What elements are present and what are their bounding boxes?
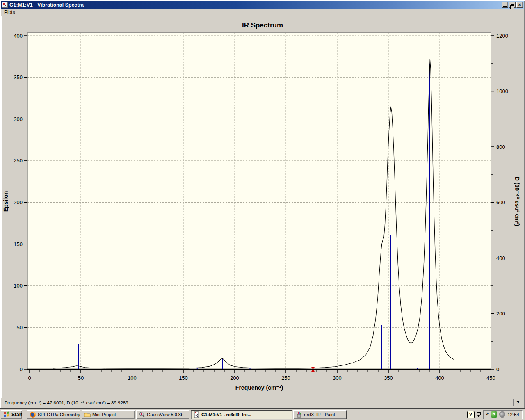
task-label: Mini Project bbox=[92, 412, 116, 417]
y-right-tick-label: 200 bbox=[496, 310, 505, 317]
tray-volume-icon[interactable] bbox=[499, 411, 505, 418]
y-right-tick-label: 1200 bbox=[496, 33, 508, 39]
y-left-tick-label: 150 bbox=[14, 241, 23, 247]
x-axis-title: Frequency (cm⁻¹) bbox=[235, 384, 283, 391]
gaussview-icon bbox=[139, 411, 145, 418]
title-bar[interactable]: G1:M1:V1 - Vibrational Spectra × bbox=[1, 1, 524, 9]
x-tick-label: 250 bbox=[281, 375, 290, 381]
restore-button[interactable] bbox=[509, 2, 516, 8]
status-help-button[interactable]: ? bbox=[513, 399, 523, 406]
y-right-tick-label: 800 bbox=[496, 144, 505, 150]
windows-logo-icon bbox=[3, 411, 10, 418]
y-right-tick-label: 1000 bbox=[496, 88, 508, 94]
plot-background[interactable] bbox=[27, 33, 491, 369]
close-button[interactable]: × bbox=[516, 2, 523, 8]
close-icon: × bbox=[518, 3, 521, 7]
x-tick-label: 50 bbox=[78, 375, 84, 381]
tray-update-icon[interactable] bbox=[491, 411, 497, 418]
taskbar-task-3[interactable]: GaussView 5.0.8b bbox=[136, 410, 189, 419]
y-left-tick-label: 0 bbox=[20, 366, 23, 372]
task-label: SPECTRa Chemistry Rep... bbox=[38, 412, 80, 417]
tray-expand-chevron[interactable]: « bbox=[486, 411, 489, 417]
minimize-button[interactable] bbox=[502, 2, 508, 8]
task-label: recl3_IR - Paint bbox=[304, 412, 335, 417]
status-readout: Frequency (cm⁻¹) = 47.6001, D (10⁻⁴⁰ esu… bbox=[2, 399, 511, 406]
y-right-tick-label: 600 bbox=[496, 199, 505, 205]
gaussview-doc-icon bbox=[193, 411, 200, 418]
taskbar-task-2[interactable]: Mini Project bbox=[82, 410, 135, 419]
x-tick-label: 350 bbox=[384, 375, 393, 381]
x-tick-label: 0 bbox=[28, 375, 31, 381]
taskbar-task-5[interactable]: recl3_IR - Paint bbox=[293, 410, 347, 419]
x-tick-label: 400 bbox=[435, 375, 444, 381]
y-left-tick-label: 400 bbox=[14, 33, 23, 39]
system-tray: « 12:54 bbox=[483, 410, 523, 419]
y-left-tick-label: 100 bbox=[14, 283, 23, 289]
dropdown-arrow-icon bbox=[477, 415, 480, 417]
x-tick-label: 300 bbox=[333, 375, 342, 381]
task-label: G1:M1:V1 - re3cl9_fre... bbox=[201, 412, 251, 417]
y-right-tick-label: 0 bbox=[496, 366, 499, 372]
y-right-tick-label: 400 bbox=[496, 255, 505, 261]
folder-icon bbox=[84, 411, 91, 418]
start-label: Start bbox=[11, 412, 22, 418]
gaussview-window-icon bbox=[2, 2, 8, 8]
window-title: G1:M1:V1 - Vibrational Spectra bbox=[9, 2, 84, 8]
x-tick-label: 200 bbox=[230, 375, 239, 381]
window-restore-tray-icon[interactable] bbox=[477, 412, 481, 417]
start-button[interactable]: Start bbox=[1, 410, 22, 419]
taskbar-task-1[interactable]: SPECTRa Chemistry Rep... bbox=[27, 410, 80, 419]
tray-clock: 12:54 bbox=[507, 412, 519, 417]
x-tick-label: 100 bbox=[128, 375, 137, 381]
y-left-tick-label: 200 bbox=[14, 199, 23, 205]
chart-area: IR Spectrum 0501001502002503003504004500… bbox=[1, 16, 524, 398]
status-bar: Frequency (cm⁻¹) = 47.6001, D (10⁻⁴⁰ esu… bbox=[1, 398, 524, 407]
y-left-axis-title: Epsilon bbox=[2, 191, 9, 212]
menu-plots[interactable]: Plots bbox=[1, 9, 18, 16]
y-left-tick-label: 250 bbox=[14, 158, 23, 164]
restore-icon bbox=[511, 4, 514, 7]
vibrational-spectra-window: G1:M1:V1 - Vibrational Spectra × Plots I… bbox=[0, 0, 525, 409]
menu-bar: Plots bbox=[1, 9, 524, 16]
taskbar-task-4[interactable]: G1:M1:V1 - re3cl9_fre... bbox=[191, 410, 292, 419]
y-left-tick-label: 300 bbox=[14, 116, 23, 122]
ir-spectrum-chart[interactable]: 0501001502002503003504004500501001502002… bbox=[0, 16, 525, 398]
paint-icon bbox=[296, 411, 302, 418]
x-tick-label: 450 bbox=[486, 375, 495, 381]
y-left-tick-label: 50 bbox=[17, 324, 23, 331]
minimize-icon bbox=[503, 6, 507, 7]
help-bubble-icon[interactable]: ? bbox=[467, 411, 475, 418]
task-label: GaussView 5.0.8b bbox=[147, 412, 183, 417]
firefox-icon bbox=[30, 411, 36, 418]
y-right-axis-title: D (10⁻⁴⁰ esu² cm²) bbox=[514, 177, 520, 226]
x-tick-label: 150 bbox=[179, 375, 188, 381]
y-left-tick-label: 350 bbox=[14, 74, 23, 80]
taskbar: Start SPECTRa Chemistry Rep...Mini Proje… bbox=[0, 409, 525, 420]
